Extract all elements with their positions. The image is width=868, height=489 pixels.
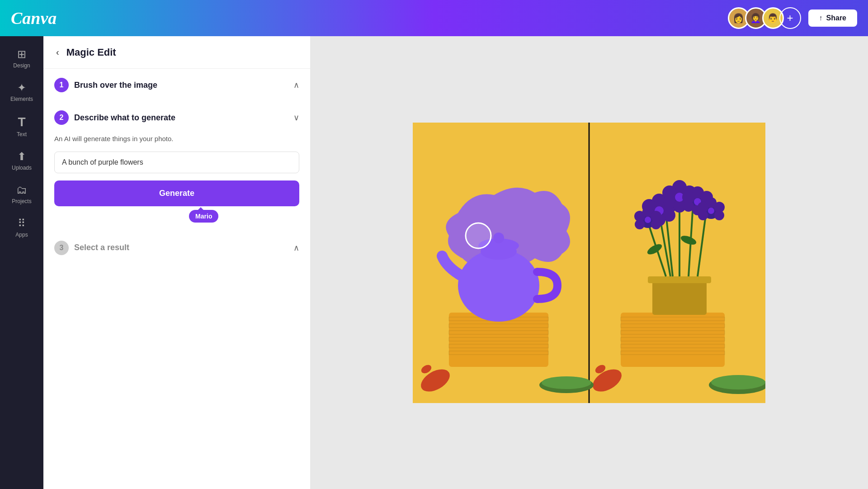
sidebar-item-uploads[interactable]: ⬆ Uploads bbox=[4, 146, 40, 176]
main-content: ⊞ Design ✦ Elements T Text ⬆ Uploads 🗂 P… bbox=[0, 36, 868, 489]
canvas-area bbox=[310, 36, 868, 489]
step-3-section: 3 Select a result ∧ bbox=[43, 217, 310, 264]
apps-icon: ⠿ bbox=[18, 217, 26, 230]
step-3-header[interactable]: 3 Select a result ∧ bbox=[43, 232, 310, 264]
step-1-section: 1 Brush over the image ∧ bbox=[43, 69, 310, 101]
generate-button-wrapper: Generate Mario bbox=[54, 180, 299, 206]
step-1-number: 1 bbox=[54, 78, 69, 92]
svg-rect-26 bbox=[652, 279, 707, 315]
sidebar-item-label: Elements bbox=[10, 96, 33, 102]
canvas-container bbox=[413, 123, 765, 403]
design-icon: ⊞ bbox=[17, 48, 26, 61]
step-1-header[interactable]: 1 Brush over the image ∧ bbox=[43, 69, 310, 101]
svg-point-65 bbox=[714, 210, 724, 220]
step-1-chevron: ∧ bbox=[293, 80, 299, 90]
sidebar-item-elements[interactable]: ✦ Elements bbox=[4, 77, 40, 107]
sidebar-item-projects[interactable]: 🗂 Projects bbox=[4, 179, 40, 209]
magic-edit-panel: ‹ Magic Edit 1 Brush over the image ∧ 2 … bbox=[43, 36, 310, 489]
step-2-content: An AI will generate things in your photo… bbox=[43, 134, 310, 217]
step-3-chevron: ∧ bbox=[293, 243, 299, 253]
step-2-number: 2 bbox=[54, 110, 69, 125]
step-2-section: 2 Describe what to generate ∨ An AI will… bbox=[43, 101, 310, 217]
step-3-number: 3 bbox=[54, 241, 69, 255]
svg-point-80 bbox=[542, 376, 591, 389]
sidebar-item-label: Design bbox=[13, 62, 30, 69]
share-button[interactable]: ↑ Share bbox=[808, 9, 857, 27]
step-2-chevron: ∨ bbox=[293, 113, 299, 123]
panel-header: ‹ Magic Edit bbox=[43, 36, 310, 69]
step-1-title: Brush over the image bbox=[74, 81, 157, 90]
nav-sidebar: ⊞ Design ✦ Elements T Text ⬆ Uploads 🗂 P… bbox=[0, 36, 43, 489]
svg-point-71 bbox=[635, 219, 645, 229]
sidebar-item-design[interactable]: ⊞ Design bbox=[4, 43, 40, 73]
generate-button[interactable]: Generate bbox=[54, 180, 299, 206]
header-right: 👩 👩‍🦱 👨 + ↑ Share bbox=[728, 7, 857, 29]
cursor-tooltip: Mario bbox=[189, 210, 218, 223]
canvas-svg bbox=[413, 123, 765, 403]
step-2-description: An AI will generate things in your photo… bbox=[54, 134, 299, 144]
step-2-header[interactable]: 2 Describe what to generate ∨ bbox=[43, 101, 310, 134]
svg-rect-27 bbox=[648, 276, 711, 283]
app-header: Canva 👩 👩‍🦱 👨 + ↑ Share bbox=[0, 0, 868, 36]
panel-title: Magic Edit bbox=[66, 47, 116, 58]
sidebar-item-apps[interactable]: ⠿ Apps bbox=[4, 213, 40, 242]
uploads-icon: ⬆ bbox=[17, 150, 26, 163]
svg-point-66 bbox=[708, 208, 714, 214]
projects-icon: 🗂 bbox=[16, 184, 27, 196]
back-button[interactable]: ‹ bbox=[54, 45, 61, 59]
sidebar-item-label: Apps bbox=[15, 232, 28, 238]
canva-logo: Canva bbox=[11, 8, 57, 28]
sidebar-item-text[interactable]: T Text bbox=[4, 110, 40, 142]
step-3-title: Select a result bbox=[74, 243, 129, 252]
svg-point-64 bbox=[698, 210, 708, 220]
svg-point-73 bbox=[645, 217, 651, 223]
svg-point-75 bbox=[711, 375, 765, 389]
sidebar-item-label: Projects bbox=[12, 198, 31, 204]
generate-text-input[interactable] bbox=[54, 152, 299, 173]
share-icon: ↑ bbox=[819, 14, 823, 22]
collaborator-avatars: 👩 👩‍🦱 👨 + bbox=[728, 7, 801, 29]
add-collaborator-button[interactable]: + bbox=[779, 7, 801, 29]
sidebar-item-label: Text bbox=[17, 131, 27, 138]
step-2-title: Describe what to generate bbox=[74, 113, 175, 123]
elements-icon: ✦ bbox=[17, 81, 26, 94]
svg-point-72 bbox=[651, 219, 661, 229]
svg-point-14 bbox=[466, 223, 491, 248]
sidebar-item-label: Uploads bbox=[12, 165, 32, 171]
text-icon: T bbox=[18, 115, 25, 129]
